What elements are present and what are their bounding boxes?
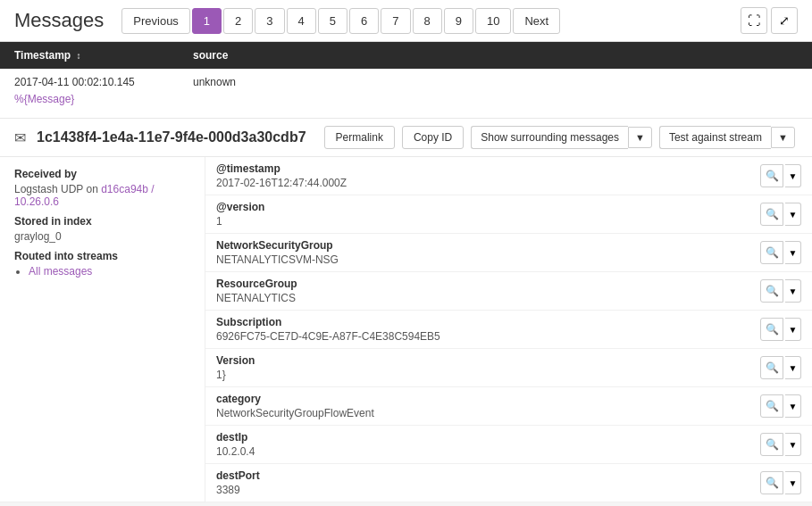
detail-left: Received by Logstash UDP on d16ca94b / 1… — [0, 157, 205, 502]
message-row: 2017-04-11 00:02:10.145 unknown %{Messag… — [0, 69, 812, 119]
field-actions: 🔍▼ — [760, 393, 801, 419]
field-row: destPort 3389 🔍▼ — [205, 464, 812, 502]
field-value: 1} — [216, 369, 760, 381]
page-3-button[interactable]: 3 — [255, 8, 284, 34]
field-actions: 🔍▼ — [760, 201, 801, 228]
field-row: Subscription 6926FC75-CE7D-4C9E-A87F-C4E… — [205, 311, 812, 349]
field-action-caret[interactable]: ▼ — [785, 279, 801, 303]
source-header: source — [193, 49, 798, 62]
previous-button[interactable]: Previous — [121, 8, 190, 34]
field-value: NETANALYTICS — [216, 292, 760, 304]
field-content: Subscription 6926FC75-CE7D-4C9E-A87F-C4E… — [216, 316, 760, 343]
surrounding-dropdown: Show surrounding messages ▼ — [471, 126, 652, 149]
field-name: @version — [216, 201, 760, 213]
streams-value: All messages — [14, 265, 190, 278]
field-name: @timestamp — [216, 162, 760, 175]
surrounding-button[interactable]: Show surrounding messages — [471, 126, 628, 149]
page-1-button[interactable]: 1 — [192, 8, 222, 34]
field-actions: 🔍▼ — [760, 239, 801, 266]
field-actions: 🔍▼ — [760, 354, 801, 381]
next-button[interactable]: Next — [513, 8, 560, 34]
field-name: destPort — [216, 469, 760, 482]
stream-link[interactable]: All messages — [29, 265, 92, 278]
field-name: ResourceGroup — [216, 278, 760, 290]
page-2-button[interactable]: 2 — [223, 8, 253, 34]
field-actions: 🔍▼ — [760, 431, 801, 458]
pagination: Previous 1 2 3 4 5 6 7 8 9 10 Next — [121, 8, 560, 34]
page-5-button[interactable]: 5 — [318, 8, 347, 34]
field-action-caret[interactable]: ▼ — [785, 164, 801, 187]
field-action-caret[interactable]: ▼ — [785, 394, 801, 418]
message-link[interactable]: %{Message} — [14, 93, 74, 105]
page-4-button[interactable]: 4 — [287, 8, 316, 34]
test-stream-dropdown: Test against stream ▼ — [659, 126, 795, 149]
field-search-icon[interactable]: 🔍 — [760, 356, 783, 379]
field-search-icon[interactable]: 🔍 — [760, 433, 783, 456]
field-search-icon[interactable]: 🔍 — [760, 279, 783, 303]
field-value: NetworkSecurityGroupFlowEvent — [216, 407, 760, 419]
field-content: @version 1 — [216, 201, 760, 228]
field-search-icon[interactable]: 🔍 — [760, 471, 783, 494]
field-row: ResourceGroup NETANALYTICS 🔍▼ — [205, 272, 812, 311]
top-bar: Messages Previous 1 2 3 4 5 6 7 8 9 10 N… — [0, 0, 812, 42]
field-content: destIp 10.2.0.4 — [216, 431, 760, 458]
field-content: destPort 3389 — [216, 469, 760, 496]
stored-label: Stored in index — [14, 215, 190, 228]
field-content: NetworkSecurityGroup NETANALYTICSVM-NSG — [216, 239, 760, 266]
field-name: NetworkSecurityGroup — [216, 239, 760, 252]
field-actions: 🔍▼ — [760, 162, 801, 189]
field-actions: 🔍▼ — [760, 278, 801, 304]
field-value: 2017-02-16T12:47:44.000Z — [216, 177, 760, 189]
message-detail: Received by Logstash UDP on d16ca94b / 1… — [0, 157, 812, 502]
surrounding-caret[interactable]: ▼ — [628, 127, 652, 148]
field-row: Version 1} 🔍▼ — [205, 349, 812, 387]
routed-label: Routed into streams — [14, 250, 190, 262]
field-action-caret[interactable]: ▼ — [785, 471, 801, 494]
message-timestamp: 2017-04-11 00:02:10.145 — [14, 76, 193, 88]
page-title: Messages — [14, 9, 104, 32]
test-stream-button[interactable]: Test against stream — [659, 126, 771, 149]
received-by-value: Logstash UDP on d16ca94b / 10.26.0.6 — [14, 183, 190, 208]
field-value: 6926FC75-CE7D-4C9E-A87F-C4E38C594EB5 — [216, 330, 760, 343]
message-meta: 2017-04-11 00:02:10.145 unknown — [14, 76, 798, 88]
field-row: NetworkSecurityGroup NETANALYTICSVM-NSG … — [205, 234, 812, 272]
field-content: Version 1} — [216, 354, 760, 381]
field-value: 10.2.0.4 — [216, 445, 760, 458]
field-search-icon[interactable]: 🔍 — [760, 203, 783, 226]
envelope-icon: ✉ — [14, 129, 26, 146]
field-content: ResourceGroup NETANALYTICS — [216, 278, 760, 304]
page-6-button[interactable]: 6 — [349, 8, 379, 34]
field-action-caret[interactable]: ▼ — [785, 433, 801, 456]
received-by-label: Received by — [14, 168, 190, 180]
field-action-caret[interactable]: ▼ — [785, 203, 801, 226]
field-row: destIp 10.2.0.4 🔍▼ — [205, 426, 812, 464]
page-8-button[interactable]: 8 — [413, 8, 442, 34]
page-7-button[interactable]: 7 — [381, 8, 410, 34]
message-source: unknown — [193, 76, 236, 88]
field-name: Subscription — [216, 316, 760, 328]
field-content: category NetworkSecurityGroupFlowEvent — [216, 393, 760, 419]
field-search-icon[interactable]: 🔍 — [760, 164, 783, 187]
copy-id-button[interactable]: Copy ID — [402, 126, 464, 149]
field-action-caret[interactable]: ▼ — [785, 318, 801, 341]
permalink-button[interactable]: Permalink — [324, 126, 395, 149]
page-9-button[interactable]: 9 — [444, 8, 473, 34]
test-stream-caret[interactable]: ▼ — [771, 127, 795, 148]
timestamp-header: Timestamp ↕ — [14, 49, 193, 62]
message-id-row: ✉ 1c1438f4-1e4a-11e7-9f4e-000d3a30cdb7 P… — [0, 119, 812, 157]
field-content: @timestamp 2017-02-16T12:47:44.000Z — [216, 162, 760, 189]
field-row: @version 1 🔍▼ — [205, 195, 812, 234]
field-value: 3389 — [216, 484, 760, 496]
page-10-button[interactable]: 10 — [475, 8, 511, 34]
field-action-caret[interactable]: ▼ — [785, 356, 801, 379]
message-id: 1c1438f4-1e4a-11e7-9f4e-000d3a30cdb7 — [37, 129, 306, 145]
field-row: category NetworkSecurityGroupFlowEvent 🔍… — [205, 387, 812, 426]
field-actions: 🔍▼ — [760, 469, 801, 496]
expand-icon[interactable]: ⛶ — [741, 7, 767, 34]
field-search-icon[interactable]: 🔍 — [760, 394, 783, 418]
field-name: category — [216, 393, 760, 405]
field-search-icon[interactable]: 🔍 — [760, 241, 783, 264]
field-search-icon[interactable]: 🔍 — [760, 318, 783, 341]
collapse-icon[interactable]: ⤢ — [771, 7, 798, 34]
field-action-caret[interactable]: ▼ — [785, 241, 801, 264]
